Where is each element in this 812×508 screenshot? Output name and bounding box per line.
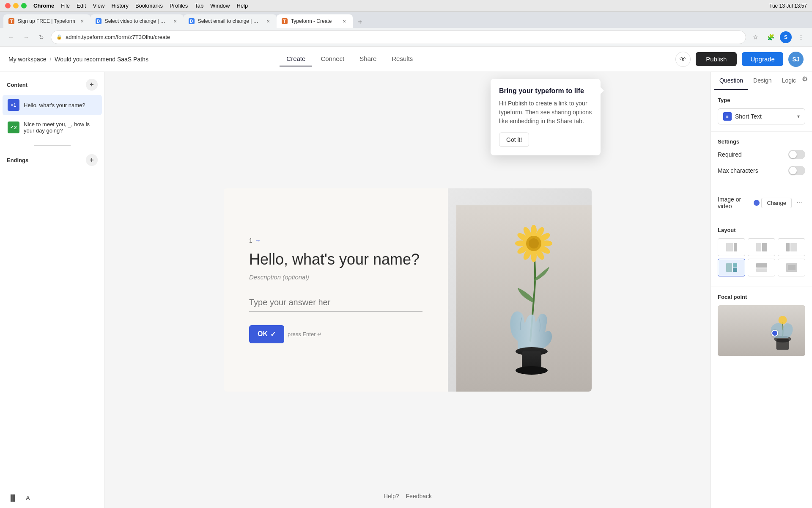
svg-rect-34 — [776, 339, 789, 350]
help-menu[interactable]: Help — [237, 3, 248, 9]
svg-point-15 — [529, 238, 539, 248]
maximize-button[interactable] — [21, 3, 27, 8]
new-tab-button[interactable]: + — [354, 16, 366, 28]
add-ending-button[interactable]: + — [86, 154, 98, 166]
type-section-title: Type — [718, 97, 805, 103]
form-name[interactable]: Would you recommend SaaS Paths — [55, 56, 148, 63]
reload-button[interactable]: ↻ — [36, 31, 47, 43]
close-button[interactable] — [5, 3, 11, 8]
preview-button[interactable]: 👁 — [675, 52, 691, 67]
profiles-menu[interactable]: Profiles — [170, 3, 188, 9]
more-options-icon[interactable]: ⋮ — [795, 31, 807, 43]
tab-create[interactable]: Create — [280, 52, 312, 66]
tab-2[interactable]: D Select video to change | Djang... ✕ — [91, 14, 184, 28]
bookmarks-menu[interactable]: Bookmarks — [135, 3, 163, 9]
edit-menu[interactable]: Edit — [77, 3, 86, 9]
tab-2-close[interactable]: ✕ — [172, 18, 178, 25]
back-button[interactable]: ← — [5, 31, 17, 43]
image-video-more-button[interactable]: ··· — [793, 197, 805, 209]
tab-menu[interactable]: Tab — [195, 3, 203, 9]
type-selector[interactable]: ≡ Short Text ▾ — [718, 108, 805, 124]
file-menu[interactable]: File — [61, 3, 70, 9]
svg-point-35 — [779, 316, 787, 324]
window-menu[interactable]: Window — [210, 3, 230, 9]
feedback-link[interactable]: Feedback — [406, 493, 432, 500]
tab-4[interactable]: T Typeform - Create ✕ — [277, 14, 353, 28]
form-image — [448, 188, 592, 392]
layout-option-2[interactable] — [748, 238, 775, 256]
text-icon[interactable]: A — [22, 492, 34, 504]
layout-option-5[interactable] — [748, 259, 775, 276]
required-toggle[interactable] — [788, 150, 805, 159]
tab-1-close[interactable]: ✕ — [79, 18, 85, 25]
image-video-label: Image or video — [718, 196, 754, 210]
panel-tab-logic[interactable]: Logic — [777, 72, 801, 90]
form-preview: 1 → Hello, what's your name? Description… — [224, 188, 592, 392]
item-2-number: ✓ 2 — [8, 121, 19, 133]
minimize-button[interactable] — [13, 3, 19, 8]
tab-results[interactable]: Results — [385, 52, 420, 66]
tooltip-title: Bring your typeform to life — [499, 87, 592, 95]
sidebar-item-2[interactable]: ✓ 2 Nice to meet you, _, how is your day… — [3, 117, 102, 138]
tab-1[interactable]: T Sign up FREE | Typeform ✕ — [3, 14, 91, 28]
user-avatar[interactable]: SJ — [788, 52, 804, 67]
tab-share[interactable]: Share — [353, 52, 383, 66]
svg-point-18 — [516, 366, 548, 375]
svg-point-11 — [515, 240, 527, 246]
enter-symbol: ↵ — [317, 331, 322, 337]
forward-button[interactable]: → — [20, 31, 32, 43]
tab-bar: T Sign up FREE | Typeform ✕ D Select vid… — [0, 12, 812, 28]
address-bar[interactable]: 🔒 admin.typeform.com/form/z7T3Olhu/creat… — [51, 30, 746, 44]
tab-connect[interactable]: Connect — [314, 52, 351, 66]
endings-label: Endings — [7, 157, 28, 163]
sidebar-item-1[interactable]: ≡ 1 Hello, what's your name? — [3, 95, 102, 115]
svg-point-5 — [540, 240, 552, 246]
focal-point-dot[interactable] — [771, 330, 778, 337]
svg-rect-25 — [726, 263, 732, 272]
chrome-menu[interactable]: Chrome — [33, 3, 54, 9]
form-content: 1 → Hello, what's your name? Description… — [224, 188, 448, 392]
view-menu[interactable]: View — [93, 3, 104, 9]
item-2-label: Nice to meet you, _, how is your day goi… — [24, 121, 97, 134]
bars-icon[interactable]: ▐▌ — [7, 492, 19, 504]
max-characters-label: Max characters — [718, 167, 758, 174]
help-link[interactable]: Help? — [384, 493, 399, 500]
panel-tab-question[interactable]: Question — [714, 72, 748, 90]
tab-3-favicon: D — [189, 18, 195, 24]
layout-grid — [718, 238, 805, 276]
required-label: Required — [718, 151, 742, 158]
layout-option-6[interactable] — [778, 259, 805, 276]
layout-option-4[interactable] — [718, 259, 745, 276]
extensions-icon[interactable]: 🧩 — [765, 31, 776, 43]
answer-input[interactable] — [249, 294, 422, 312]
ok-button[interactable]: OK ✓ — [249, 325, 284, 343]
history-menu[interactable]: History — [111, 3, 128, 9]
canvas-area: Bring your typeform to life Hit Publish … — [105, 72, 710, 508]
layout-option-3[interactable] — [778, 238, 805, 256]
upgrade-button[interactable]: Upgrade — [742, 52, 783, 66]
tab-4-close[interactable]: ✕ — [341, 18, 348, 25]
profile-icon[interactable]: S — [780, 31, 792, 43]
got-it-button[interactable]: Got it! — [499, 133, 529, 147]
max-characters-toggle[interactable] — [788, 166, 805, 175]
lock-icon: 🔒 — [56, 34, 62, 40]
address-bar-row: ← → ↻ 🔒 admin.typeform.com/form/z7T3Olhu… — [0, 28, 812, 47]
layout-option-1[interactable] — [718, 238, 745, 256]
tab-3[interactable]: D Select email to change | Djang... ✕ — [184, 14, 277, 28]
tab-1-title: Sign up FREE | Typeform — [18, 18, 75, 24]
panel-tab-design[interactable]: Design — [748, 72, 777, 90]
press-enter-label: press Enter ↵ — [288, 331, 322, 337]
header-actions: 👁 Publish Upgrade SJ — [675, 52, 804, 67]
publish-button[interactable]: Publish — [696, 52, 737, 66]
focal-point-section: Focal point — [711, 287, 812, 363]
bookmark-icon[interactable]: ☆ — [749, 31, 761, 43]
tab-1-favicon: T — [8, 18, 14, 24]
tab-4-favicon: T — [282, 18, 288, 24]
add-content-button[interactable]: + — [86, 79, 98, 91]
workspace-link[interactable]: My workspace — [8, 56, 46, 63]
tab-3-close[interactable]: ✕ — [265, 18, 272, 25]
panel-settings-icon[interactable]: ⚙ — [801, 72, 809, 86]
change-button[interactable]: Change — [761, 198, 792, 208]
focal-point-container[interactable] — [718, 305, 805, 356]
layout-section-title: Layout — [718, 227, 805, 233]
